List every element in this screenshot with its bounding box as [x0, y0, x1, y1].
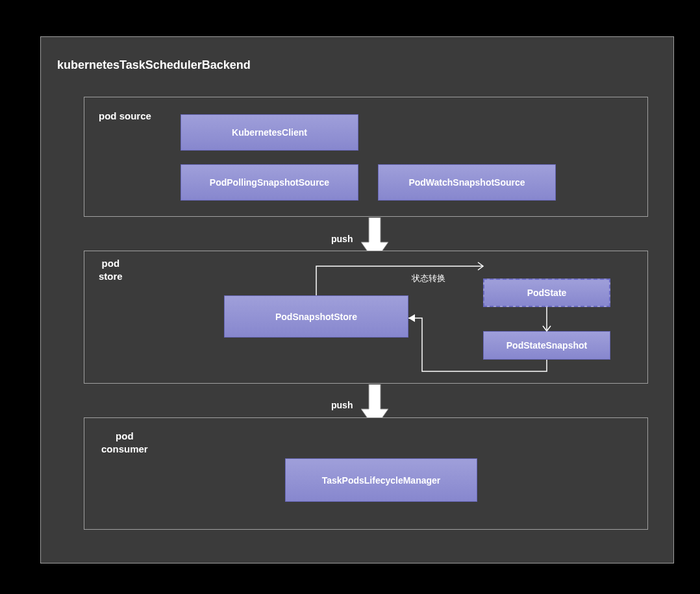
- section-pod-source: [84, 97, 648, 217]
- label-push-2: push: [331, 400, 353, 410]
- box-label: KubernetesClient: [232, 127, 307, 138]
- section-label-source: pod source: [99, 110, 151, 123]
- box-label: PodStateSnapshot: [506, 340, 587, 351]
- section-label-consumer: pod consumer: [101, 430, 148, 455]
- box-pod-state: PodState: [483, 278, 610, 307]
- box-label: PodPollingSnapshotSource: [210, 177, 329, 188]
- diagram-title: kubernetesTaskSchedulerBackend: [57, 58, 251, 72]
- box-polling-source: PodPollingSnapshotSource: [181, 164, 358, 201]
- box-watch-source: PodWatchSnapshotSource: [378, 164, 556, 201]
- box-kubernetes-client: KubernetesClient: [181, 114, 358, 151]
- box-label: TaskPodsLifecycleManager: [322, 475, 441, 486]
- box-label: PodState: [527, 288, 567, 298]
- box-snapshot-store: PodSnapshotStore: [224, 295, 408, 338]
- box-pod-state-snapshot: PodStateSnapshot: [483, 331, 610, 360]
- section-label-store: pod store: [99, 257, 123, 282]
- label-state-transition: 状态转换: [412, 273, 445, 284]
- box-label: PodWatchSnapshotSource: [408, 177, 525, 188]
- box-label: PodSnapshotStore: [275, 312, 357, 322]
- label-push-1: push: [331, 234, 353, 244]
- box-lifecycle-manager: TaskPodsLifecycleManager: [285, 458, 477, 502]
